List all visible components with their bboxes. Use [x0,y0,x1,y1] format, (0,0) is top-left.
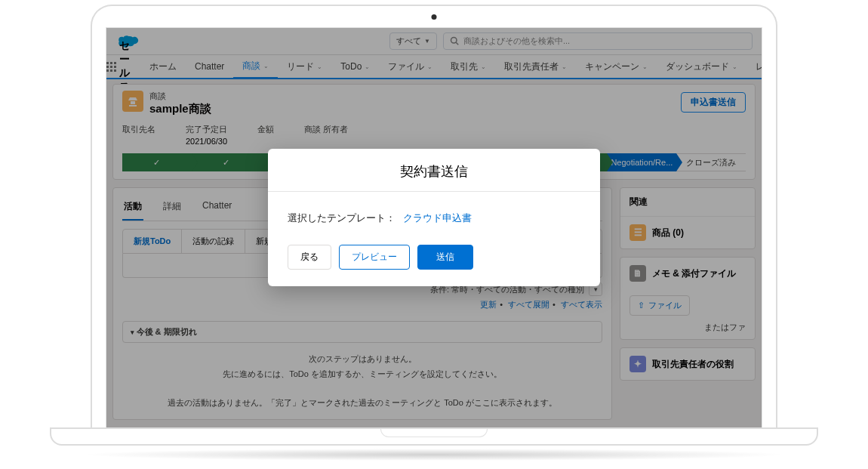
laptop-base [50,427,818,446]
preview-button[interactable]: プレビュー [339,245,410,270]
laptop-shadow [79,449,789,461]
send-contract-modal: 契約書送信 選択したテンプレート： クラウド申込書 戻る プレビュー 送信 [268,149,600,286]
back-button[interactable]: 戻る [288,245,331,270]
camera-dot [432,14,437,20]
modal-title: 契約書送信 [268,149,600,192]
template-label: 選択したテンプレート： [288,212,396,224]
laptop-mockup: すべて ▼ 商談およびその他を検索中... セールス ホームChatter商談⌄… [50,5,818,461]
template-name: クラウド申込書 [403,212,472,224]
app-screen: すべて ▼ 商談およびその他を検索中... セールス ホームChatter商談⌄… [106,27,762,427]
send-button[interactable]: 送信 [417,245,473,270]
